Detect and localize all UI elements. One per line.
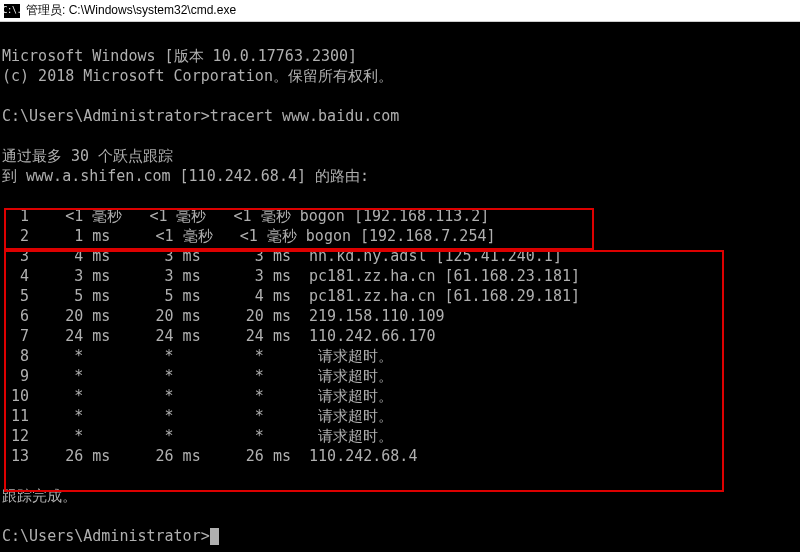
banner-line2: (c) 2018 Microsoft Corporation。保留所有权利。 bbox=[2, 67, 393, 85]
prompt-2: C:\Users\Administrator> bbox=[2, 527, 219, 545]
hop-row: 10 * * * 请求超时。 bbox=[2, 387, 393, 405]
terminal-area[interactable]: Microsoft Windows [版本 10.0.17763.2300] (… bbox=[0, 22, 800, 552]
cmd-window: C:\. 管理员: C:\Windows\system32\cmd.exe Mi… bbox=[0, 0, 800, 552]
hop-row: 11 * * * 请求超时。 bbox=[2, 407, 393, 425]
hop-row: 7 24 ms 24 ms 24 ms 110.242.66.170 bbox=[2, 327, 436, 345]
hop-row: 5 5 ms 5 ms 4 ms pc181.zz.ha.cn [61.168.… bbox=[2, 287, 580, 305]
titlebar[interactable]: C:\. 管理员: C:\Windows\system32\cmd.exe bbox=[0, 0, 800, 22]
trace-header-2: 到 www.a.shifen.com [110.242.68.4] 的路由: bbox=[2, 167, 369, 185]
hop-row: 1 <1 毫秒 <1 毫秒 <1 毫秒 bogon [192.168.113.2… bbox=[2, 207, 489, 225]
hop-row: 4 3 ms 3 ms 3 ms pc181.zz.ha.cn [61.168.… bbox=[2, 267, 580, 285]
hop-row: 8 * * * 请求超时。 bbox=[2, 347, 393, 365]
hop-row: 9 * * * 请求超时。 bbox=[2, 367, 393, 385]
banner-line1: Microsoft Windows [版本 10.0.17763.2300] bbox=[2, 47, 357, 65]
cursor bbox=[210, 528, 219, 545]
hop-row: 3 4 ms 3 ms 3 ms hn.kd.ny.adsl [125.41.2… bbox=[2, 247, 562, 265]
trace-complete: 跟踪完成。 bbox=[2, 487, 77, 505]
hop-row: 2 1 ms <1 毫秒 <1 毫秒 bogon [192.168.7.254] bbox=[2, 227, 496, 245]
window-title: 管理员: C:\Windows\system32\cmd.exe bbox=[26, 2, 236, 19]
hop-row: 12 * * * 请求超时。 bbox=[2, 427, 393, 445]
trace-header-1: 通过最多 30 个跃点跟踪 bbox=[2, 147, 173, 165]
hop-row: 6 20 ms 20 ms 20 ms 219.158.110.109 bbox=[2, 307, 445, 325]
hop-row: 13 26 ms 26 ms 26 ms 110.242.68.4 bbox=[2, 447, 417, 465]
cmd-icon: C:\. bbox=[4, 4, 20, 18]
prompt-1: C:\Users\Administrator>tracert www.baidu… bbox=[2, 107, 399, 125]
